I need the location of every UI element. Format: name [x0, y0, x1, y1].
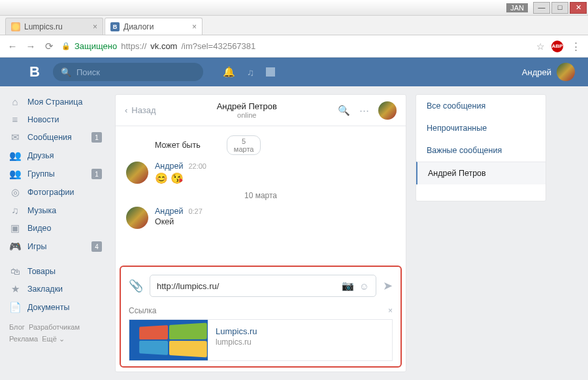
browser-tabbar: Lumpics.ru × B Диалоги ×	[0, 16, 588, 35]
badge: 1	[91, 169, 102, 179]
nav-reload-icon[interactable]: ⟳	[43, 41, 55, 52]
browser-tab-1[interactable]: B Диалоги ×	[105, 18, 203, 35]
favicon-icon	[11, 22, 20, 31]
lock-icon: 🔒	[61, 42, 71, 50]
filter-current[interactable]: Андрей Петров	[416, 162, 546, 184]
emoji-icon[interactable]: ☺	[359, 281, 369, 292]
attach-icon[interactable]: 📎	[129, 279, 143, 293]
footer-ads[interactable]: Реклама	[9, 335, 38, 343]
sidebar-label: Музыка	[27, 206, 56, 215]
home-icon: ⌂	[9, 96, 21, 107]
sidebar-label: Видео	[27, 224, 52, 233]
secure-label: Защищено	[74, 41, 117, 51]
sidebar-item-documents[interactable]: 📄Документы	[0, 298, 111, 317]
sidebar-item-messages[interactable]: ✉Сообщения1	[0, 128, 111, 147]
bookmark-star-icon[interactable]: ☆	[536, 41, 545, 52]
link-label: Ссылка	[129, 306, 156, 315]
header-avatar[interactable]	[557, 63, 575, 81]
link-url: lumpics.ru	[216, 337, 257, 347]
link-thumbnail	[129, 320, 208, 360]
date-chip: 5 марта	[227, 135, 261, 155]
browser-menu-icon[interactable]: ⋮	[570, 41, 581, 52]
friends-icon: 👥	[9, 150, 21, 162]
chat-panel: ‹Назад Андрей Петров online 🔍 ⋯ Может бы…	[115, 94, 406, 372]
badge: 1	[91, 132, 102, 143]
photos-icon: ◎	[9, 186, 21, 198]
badge: 4	[91, 241, 102, 252]
message-avatar[interactable]	[126, 207, 148, 229]
footer-dev[interactable]: Разработчикам	[29, 323, 80, 331]
message-input[interactable]: http://lumpics.ru/ 📷 ☺	[150, 275, 376, 297]
window-close[interactable]: ✕	[570, 2, 587, 14]
sidebar-item-bookmarks[interactable]: ★Закладки	[0, 280, 111, 298]
tab-title: Lumpics.ru	[24, 22, 63, 31]
message-text: Может быть	[155, 141, 201, 150]
sidebar-item-video[interactable]: ▣Видео	[0, 219, 111, 237]
sidebar-label: Сообщения	[27, 133, 72, 142]
search-placeholder: Поиск	[76, 67, 100, 77]
sidebar-item-news[interactable]: ≡Новости	[0, 111, 111, 128]
message-sender[interactable]: Андрей	[155, 207, 183, 216]
browser-tab-0[interactable]: Lumpics.ru ×	[5, 18, 103, 35]
messages-list[interactable]: Может быть 5 марта Андрей22:00 😊 😘 10 ма…	[116, 126, 406, 262]
chat-avatar[interactable]	[378, 101, 397, 120]
chat-peer-name: Андрей Петров	[156, 101, 338, 111]
search-icon: 🔍	[61, 67, 71, 77]
composer: 📎 http://lumpics.ru/ 📷 ☺ ➤	[126, 272, 395, 300]
music-icon[interactable]: ♫	[247, 67, 254, 78]
footer-blog[interactable]: Блог	[9, 323, 25, 331]
message-sender[interactable]: Андрей	[155, 162, 183, 171]
documents-icon: 📄	[9, 302, 21, 313]
sidebar-item-groups[interactable]: 👥Группы1	[0, 165, 111, 183]
send-icon[interactable]: ➤	[383, 279, 393, 293]
chat-actions: 🔍 ⋯	[338, 101, 397, 120]
sidebar-label: Друзья	[27, 151, 54, 160]
chat-back-button[interactable]: ‹Назад	[125, 105, 156, 115]
window-maximize[interactable]: □	[551, 2, 568, 14]
browser-addressbar: ← → ⟳ 🔒 Защищено https://vk.com/im?sel=4…	[0, 35, 588, 58]
url-domain: vk.com	[150, 41, 177, 51]
news-icon: ≡	[9, 114, 21, 125]
sidebar-item-music[interactable]: ♫Музыка	[0, 201, 111, 219]
sidebar-item-mypage[interactable]: ⌂Моя Страница	[0, 93, 111, 111]
sidebar: ⌂Моя Страница ≡Новости ✉Сообщения1 👥Друз…	[0, 86, 111, 380]
url-field[interactable]: 🔒 Защищено https://vk.com/im?sel=4325673…	[61, 41, 526, 51]
link-card[interactable]: Lumpics.ru lumpics.ru	[129, 319, 393, 361]
filter-all[interactable]: Все сообщения	[416, 95, 546, 117]
camera-icon[interactable]: 📷	[342, 280, 354, 292]
filter-unread[interactable]: Непрочитанные	[416, 117, 546, 139]
footer-more[interactable]: Ещё ⌄	[42, 335, 65, 343]
sidebar-item-photos[interactable]: ◎Фотографии	[0, 183, 111, 201]
message-time: 22:00	[188, 162, 206, 170]
sidebar-item-market[interactable]: 🛍Товары	[0, 262, 111, 280]
tab-close-icon[interactable]: ×	[93, 22, 97, 31]
sidebar-item-games[interactable]: 🎮Игры4	[0, 237, 111, 256]
link-remove-icon[interactable]: ×	[388, 306, 393, 315]
chevron-left-icon: ‹	[125, 105, 127, 115]
chat-title[interactable]: Андрей Петров online	[156, 101, 338, 119]
header-username[interactable]: Андрей	[522, 67, 551, 77]
adblock-icon[interactable]: ABP	[551, 41, 563, 52]
vk-header: B 🔍 Поиск 🔔 ♫ Андрей	[0, 58, 588, 86]
vk-logo[interactable]: B	[29, 63, 40, 80]
sidebar-item-friends[interactable]: 👥Друзья	[0, 147, 111, 165]
chat-search-icon[interactable]: 🔍	[338, 105, 350, 116]
nav-back-icon[interactable]: ←	[7, 41, 18, 52]
window-user: JAN	[506, 3, 528, 12]
bookmark-icon: ★	[9, 283, 21, 295]
play-icon[interactable]	[266, 67, 275, 77]
chat-more-icon[interactable]: ⋯	[359, 105, 369, 116]
tab-title: Диалоги	[123, 22, 154, 31]
video-icon: ▣	[9, 222, 21, 234]
content-area: ⌂Моя Страница ≡Новости ✉Сообщения1 👥Друз…	[0, 86, 588, 380]
window-minimize[interactable]: —	[533, 2, 550, 14]
groups-icon: 👥	[9, 168, 21, 180]
message-avatar[interactable]	[126, 162, 148, 184]
favicon-icon: B	[110, 22, 120, 31]
filter-important[interactable]: Важные сообщения	[416, 139, 546, 162]
search-input[interactable]: 🔍 Поиск	[53, 63, 203, 81]
tab-close-icon[interactable]: ×	[192, 22, 197, 31]
main-panel: ‹Назад Андрей Петров online 🔍 ⋯ Может бы…	[111, 86, 588, 380]
notifications-icon[interactable]: 🔔	[223, 66, 235, 78]
nav-forward-icon[interactable]: →	[25, 41, 37, 52]
